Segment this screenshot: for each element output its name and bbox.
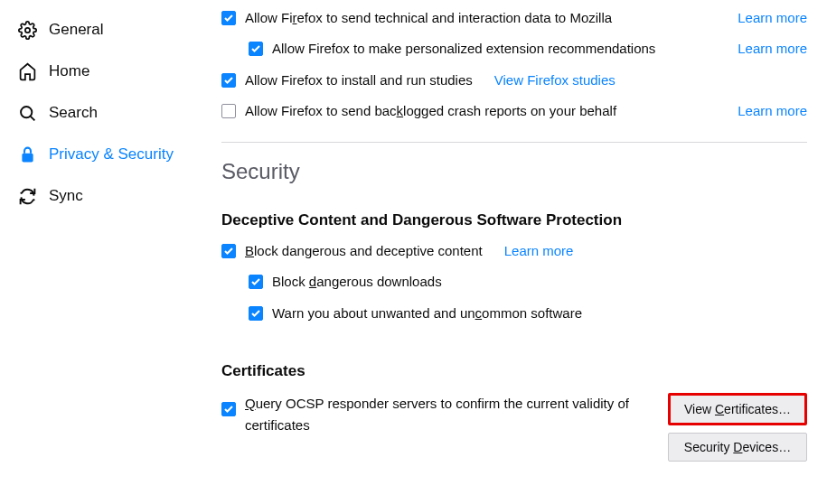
security-devices-button[interactable]: Security Devices… <box>668 433 807 462</box>
gear-icon <box>16 19 38 41</box>
sidebar-item-label: General <box>49 21 103 39</box>
main-content: Allow Firefox to send technical and inte… <box>190 0 827 504</box>
sidebar-item-label: Sync <box>49 187 83 205</box>
allow-technical-data-checkbox[interactable] <box>221 11 236 25</box>
sidebar-item-general[interactable]: General <box>16 9 190 51</box>
allow-studies-label: Allow Firefox to install and run studies <box>245 71 473 89</box>
sync-icon <box>16 185 38 207</box>
block-dangerous-label: Block dangerous and deceptive content <box>245 242 483 260</box>
sidebar-item-privacy-security[interactable]: Privacy & Security <box>16 134 190 175</box>
home-icon <box>16 61 38 82</box>
allow-technical-data-row: Allow Firefox to send technical and inte… <box>221 9 807 27</box>
lock-icon <box>16 144 38 165</box>
block-dangerous-checkbox[interactable] <box>221 244 236 258</box>
view-studies-link[interactable]: View Firefox studies <box>494 71 616 89</box>
sidebar-item-label: Search <box>49 104 98 122</box>
block-downloads-row: Block dangerous downloads <box>249 273 807 291</box>
section-divider <box>221 142 807 143</box>
ocsp-label: Query OCSP responder servers to confirm … <box>245 393 650 436</box>
learn-more-link[interactable]: Learn more <box>504 242 574 260</box>
security-section-title: Security <box>221 159 807 184</box>
allow-ext-rec-label: Allow Firefox to make personalized exten… <box>272 40 716 58</box>
svg-line-2 <box>30 116 34 120</box>
sidebar-item-home[interactable]: Home <box>16 51 190 92</box>
block-dangerous-row: Block dangerous and deceptive content Le… <box>221 242 807 260</box>
deceptive-content-title: Deceptive Content and Dangerous Software… <box>221 211 807 229</box>
view-certificates-button[interactable]: View Certificates… <box>668 393 807 425</box>
svg-point-1 <box>21 107 32 117</box>
warn-uncommon-row: Warn you about unwanted and uncommon sof… <box>249 304 807 322</box>
sidebar: General Home Search Privacy & Security S… <box>0 0 190 504</box>
certificates-title: Certificates <box>221 362 807 380</box>
certificates-section: Certificates Query OCSP responder server… <box>221 362 807 462</box>
allow-studies-row: Allow Firefox to install and run studies… <box>221 71 807 89</box>
allow-crash-checkbox[interactable] <box>221 104 236 118</box>
svg-rect-3 <box>22 153 33 162</box>
sidebar-item-label: Home <box>49 62 89 80</box>
block-downloads-checkbox[interactable] <box>249 275 263 289</box>
sidebar-item-label: Privacy & Security <box>49 145 174 163</box>
learn-more-link[interactable]: Learn more <box>738 102 807 120</box>
allow-ext-rec-checkbox[interactable] <box>249 42 263 56</box>
learn-more-link[interactable]: Learn more <box>738 40 807 58</box>
warn-uncommon-label: Warn you about unwanted and uncommon sof… <box>272 304 807 322</box>
svg-point-0 <box>24 27 29 32</box>
allow-crash-label: Allow Firefox to send backlogged crash r… <box>245 102 728 120</box>
learn-more-link[interactable]: Learn more <box>738 9 807 27</box>
warn-uncommon-checkbox[interactable] <box>249 306 263 321</box>
sidebar-item-sync[interactable]: Sync <box>16 175 190 217</box>
allow-ext-rec-row: Allow Firefox to make personalized exten… <box>249 40 807 58</box>
search-icon <box>16 102 38 124</box>
sidebar-item-search[interactable]: Search <box>16 92 190 134</box>
block-downloads-label: Block dangerous downloads <box>272 273 807 291</box>
ocsp-checkbox[interactable] <box>221 402 236 416</box>
allow-studies-checkbox[interactable] <box>221 73 236 88</box>
allow-technical-data-label: Allow Firefox to send technical and inte… <box>245 9 716 27</box>
allow-crash-row: Allow Firefox to send backlogged crash r… <box>221 102 807 120</box>
